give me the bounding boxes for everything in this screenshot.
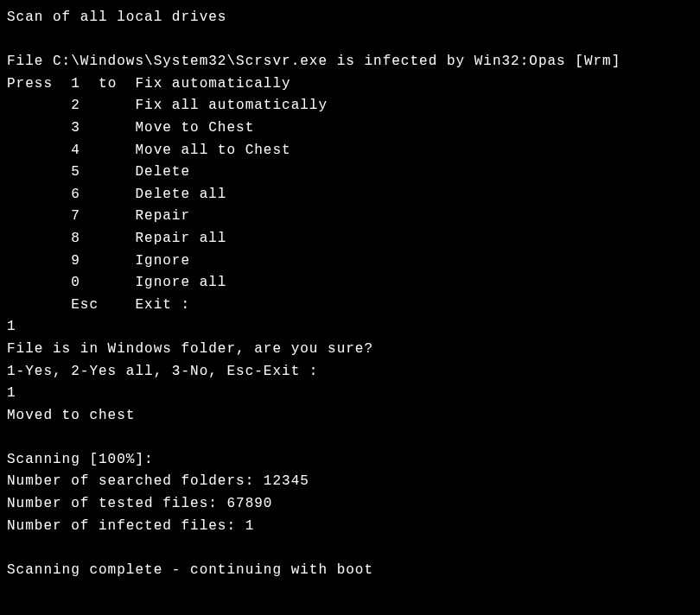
stat-label: Number of tested files: <box>7 496 218 511</box>
option-row-7[interactable]: 7 Repair <box>7 206 693 228</box>
option-row-8[interactable]: 8 Repair all <box>7 228 693 250</box>
option-label: Delete <box>135 164 190 180</box>
option-row-9[interactable]: 9 Ignore <box>7 250 693 273</box>
option-key: 7 <box>71 208 80 224</box>
scan-title: Scan of all local drives <box>7 7 693 29</box>
option-key: 2 <box>71 98 80 113</box>
stat-label: Number of searched folders: <box>7 473 254 489</box>
option-key: 9 <box>71 253 80 269</box>
stat-value: 67890 <box>226 496 272 511</box>
stat-value: 1 <box>245 518 255 534</box>
option-row-5[interactable]: 5 Delete <box>7 162 693 184</box>
option-key: Esc <box>71 297 99 313</box>
blank-line <box>7 537 693 560</box>
option-label: Delete all <box>135 187 226 202</box>
complete-message: Scanning complete - continuing with boot <box>7 560 693 582</box>
option-row-1[interactable]: Press 1 to Fix automatically <box>7 73 693 96</box>
option-key: 5 <box>71 164 80 180</box>
confirm-prompt: File is in Windows folder, are you sure? <box>7 339 693 361</box>
option-key: 3 <box>71 120 80 136</box>
stat-value: 12345 <box>264 473 309 489</box>
option-key: 4 <box>71 143 80 158</box>
to-label: to <box>99 76 117 92</box>
option-label: Repair <box>135 208 190 224</box>
stat-files: Number of tested files: 67890 <box>7 493 693 516</box>
stat-folders: Number of searched folders: 12345 <box>7 471 693 493</box>
press-label: Press <box>7 76 53 92</box>
infection-message: File C:\Windows\System32\Scrsvr.exe is i… <box>7 51 693 73</box>
result-message: Moved to chest <box>7 405 693 428</box>
option-row-0[interactable]: 0 Ignore all <box>7 272 693 295</box>
option-label: Move to Chest <box>135 120 254 136</box>
user-input-2: 1 <box>7 383 693 405</box>
blank-line <box>7 29 693 52</box>
option-row-3[interactable]: 3 Move to Chest <box>7 117 693 140</box>
stat-infected: Number of infected files: 1 <box>7 516 693 538</box>
option-label: Fix all automatically <box>135 98 328 113</box>
confirm-options[interactable]: 1-Yes, 2-Yes all, 3-No, Esc-Exit : <box>7 361 693 384</box>
option-label: Repair all <box>135 231 226 246</box>
option-key: 0 <box>71 275 80 290</box>
option-key: 8 <box>71 231 80 246</box>
stat-label: Number of infected files: <box>7 518 236 534</box>
option-key: 6 <box>71 187 80 202</box>
option-row-4[interactable]: 4 Move all to Chest <box>7 140 693 162</box>
option-label: Ignore <box>135 253 190 269</box>
user-input-1: 1 <box>7 316 693 339</box>
option-label: Ignore all <box>135 275 226 290</box>
option-label: Exit : <box>135 297 190 313</box>
blank-line <box>7 427 693 449</box>
option-row-esc[interactable]: Esc Exit : <box>7 295 693 317</box>
scanning-progress: Scanning [100%]: <box>7 449 693 472</box>
option-key: 1 <box>71 76 80 92</box>
option-label: Move all to Chest <box>135 143 290 158</box>
option-row-6[interactable]: 6 Delete all <box>7 184 693 206</box>
option-row-2[interactable]: 2 Fix all automatically <box>7 95 693 117</box>
option-label: Fix automatically <box>135 76 290 92</box>
